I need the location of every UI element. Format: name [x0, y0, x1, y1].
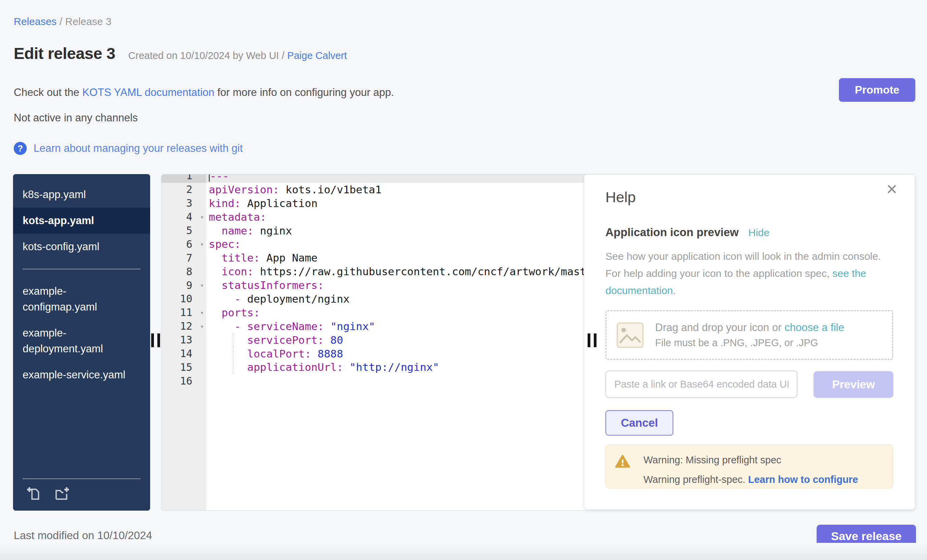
fold-arrow-icon[interactable]: ▾ [200, 240, 204, 248]
line-number: 11▾ [161, 306, 206, 319]
last-modified: Last modified on 10/10/2024 [14, 529, 152, 542]
icon-preview-description: See how your application icon will look … [605, 248, 894, 299]
warning-detail-text: Warning preflight-spec. [643, 474, 748, 485]
page: Releases / Release 3 Edit release 3 Crea… [0, 0, 927, 560]
code-text: metadata: [206, 210, 266, 224]
code-text: spec: [206, 237, 241, 251]
warning-title: Warning: Missing preflight spec [643, 454, 884, 466]
file-item-k8s-app-yaml[interactable]: k8s-app.yaml [13, 182, 145, 208]
dropzone-label: Drag and drop your icon or [655, 322, 784, 334]
git-help-row: ? Learn about managing your releases wit… [14, 142, 243, 155]
file-item-example-deployment-yaml[interactable]: example-deployment.yaml [13, 320, 145, 362]
preflight-warning: Warning: Missing preflight spec Warning … [605, 445, 893, 489]
cancel-button[interactable]: Cancel [605, 410, 673, 436]
promote-button[interactable]: Promote [839, 78, 915, 102]
code-text [206, 374, 209, 388]
fold-arrow-icon[interactable]: ▾ [200, 309, 204, 316]
question-icon: ? [14, 142, 27, 155]
icon-url-row: Preview [605, 370, 893, 398]
code-text: localPort: 8888 [206, 347, 343, 361]
code-text: servicePort: 80 [206, 333, 343, 347]
line-number: 13 [161, 333, 206, 347]
indent-guide [233, 333, 234, 347]
close-icon[interactable]: ✕ [884, 182, 900, 197]
fold-arrow-icon[interactable]: ▾ [200, 322, 204, 330]
line-number: 10 [161, 292, 206, 306]
created-info: Created on 10/10/2024 by Web UI / Paige … [128, 50, 347, 61]
breadcrumb-separator: / [56, 16, 65, 27]
configure-link[interactable]: Learn how to configure [748, 474, 858, 485]
resize-handle-right[interactable] [588, 334, 597, 347]
indent-guide [233, 347, 234, 361]
dropzone-text: Drag and drop your icon or choose a file… [655, 322, 844, 349]
description-suffix: . [673, 285, 676, 296]
file-item-example-service-yaml[interactable]: example-service.yaml [13, 362, 145, 388]
intro-suffix: for more info on configuring your app. [214, 87, 394, 99]
add-file-icon[interactable] [26, 486, 42, 502]
line-number: 5 [161, 224, 206, 238]
icon-preview-title: Application icon preview [605, 226, 739, 239]
code-text: - serviceName: "nginx" [206, 319, 375, 333]
channel-status: Not active in any channels [14, 112, 138, 124]
code-text: kind: Application [206, 196, 318, 210]
code-text: --- [206, 174, 229, 183]
intro-prefix: Check out the [14, 87, 82, 99]
git-help-link[interactable]: Learn about managing your releases with … [33, 142, 243, 155]
icon-dropzone[interactable]: Drag and drop your icon or choose a file… [605, 310, 893, 360]
help-panel: ✕ Help Application icon preview Hide See… [584, 174, 915, 510]
line-number: 7 [161, 251, 206, 264]
resize-handle-left[interactable] [151, 334, 160, 347]
image-placeholder-icon [615, 320, 646, 351]
file-item-example-configmap-yaml[interactable]: example-configmap.yaml [13, 278, 145, 320]
line-number: 6▾ [161, 237, 206, 251]
fold-arrow-icon[interactable]: ▾ [200, 213, 204, 221]
line-number: 9▾ [161, 278, 206, 292]
file-tree-footer [23, 478, 141, 511]
line-number: 16 [161, 374, 206, 388]
help-title: Help [605, 189, 635, 206]
file-item-kots-config-yaml[interactable]: kots-config.yaml [13, 234, 145, 260]
icon-url-input[interactable] [605, 370, 798, 398]
save-release-button[interactable]: Save release [817, 525, 916, 547]
line-number: 1 [161, 174, 206, 183]
code-text: applicationUrl: "http://nginx" [206, 360, 439, 374]
page-title: Edit release 3 [14, 44, 115, 63]
line-number: 15 [161, 360, 206, 374]
choose-file-link[interactable]: choose a file [784, 322, 844, 334]
file-tree: k8s-app.yamlkots-app.yamlkots-config.yam… [13, 174, 150, 511]
dropzone-hint: File must be a .PNG, .JPEG, or .JPG [655, 337, 844, 349]
breadcrumb-current: Release 3 [65, 16, 111, 27]
add-folder-icon[interactable] [54, 486, 70, 502]
hide-link[interactable]: Hide [748, 227, 770, 238]
line-number: 14 [161, 347, 206, 361]
author-link[interactable]: Paige Calvert [287, 50, 347, 61]
created-text: Created on 10/10/2024 by Web UI / [128, 50, 287, 61]
preview-button[interactable]: Preview [813, 371, 894, 398]
file-item-kots-app-yaml[interactable]: kots-app.yaml [13, 208, 150, 234]
code-text: apiVersion: kots.io/v1beta1 [206, 183, 381, 196]
code-text: name: nginx [206, 224, 292, 238]
warning-icon [615, 454, 631, 469]
line-number: 4▾ [161, 210, 206, 224]
indent-guide [233, 360, 234, 374]
line-number: 8 [161, 264, 206, 278]
code-text: - deployment/nginx [206, 292, 350, 306]
line-number: 2 [161, 183, 206, 196]
intro-text: Check out the KOTS YAML documentation fo… [14, 87, 394, 99]
breadcrumb-releases-link[interactable]: Releases [14, 16, 56, 27]
breadcrumb: Releases / Release 3 [14, 16, 111, 27]
file-list-divider [23, 269, 141, 269]
line-number: 12▾ [161, 319, 206, 333]
icon-preview-header: Application icon preview Hide [605, 226, 769, 239]
kots-docs-link[interactable]: KOTS YAML documentation [82, 87, 214, 99]
code-text: icon: https://raw.githubusercontent.com/… [206, 264, 605, 278]
code-text: statusInformers: [206, 278, 324, 292]
fold-arrow-icon[interactable]: ▾ [200, 281, 204, 289]
warning-detail: Warning preflight-spec. Learn how to con… [643, 474, 884, 485]
code-text: title: App Name [206, 251, 318, 264]
line-number: 3 [161, 196, 206, 210]
code-text: ports: [206, 306, 260, 319]
title-row: Edit release 3 Created on 10/10/2024 by … [14, 44, 347, 63]
file-list: k8s-app.yamlkots-app.yamlkots-config.yam… [13, 174, 150, 388]
